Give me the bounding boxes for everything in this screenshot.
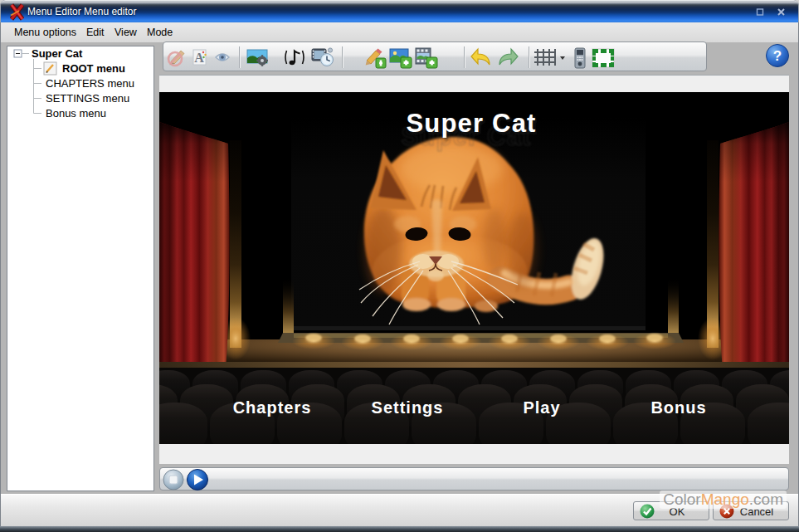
svg-text:?: ? bbox=[773, 48, 782, 64]
svg-text:Bonus menu: Bonus menu bbox=[46, 107, 106, 120]
svg-text:Bonus: Bonus bbox=[650, 398, 706, 417]
svg-text:Super Cat: Super Cat bbox=[32, 47, 83, 60]
svg-text:SETTINGS menu: SETTINGS menu bbox=[46, 92, 129, 105]
svg-text:Play: Play bbox=[523, 398, 560, 417]
svg-text:ROOT menu: ROOT menu bbox=[62, 62, 125, 75]
svg-text:CHAPTERS menu: CHAPTERS menu bbox=[46, 77, 134, 90]
svg-text:Settings: Settings bbox=[372, 398, 444, 417]
svg-text:Chapters: Chapters bbox=[233, 398, 312, 417]
svg-text:Super Cat: Super Cat bbox=[406, 109, 536, 138]
